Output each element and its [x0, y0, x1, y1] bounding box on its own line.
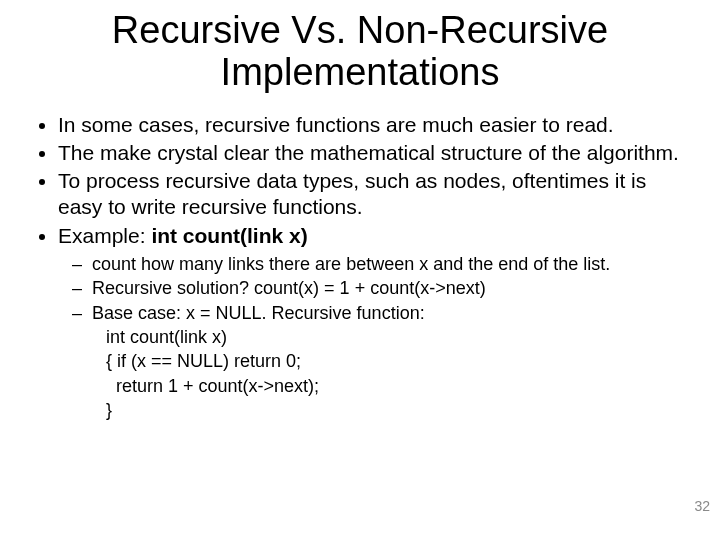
- bullet-list: In some cases, recursive functions are m…: [30, 112, 690, 423]
- bullet-item: To process recursive data types, such as…: [58, 168, 690, 221]
- code-text: }: [106, 399, 690, 422]
- page-number: 32: [694, 498, 710, 514]
- sub-bullet-item: count how many links there are between x…: [92, 253, 690, 276]
- code-line: { if (x == NULL) return 0;: [92, 350, 690, 373]
- sub-bullet-item: Base case: x = NULL. Recursive function:: [92, 302, 690, 325]
- code-line: int count(link x): [92, 326, 690, 349]
- code-line: return 1 + count(x->next);: [92, 375, 690, 398]
- code-text: { if (x == NULL) return 0;: [106, 350, 690, 373]
- code-text: int count(link x): [106, 326, 690, 349]
- code-line: }: [92, 399, 690, 422]
- bullet-item: In some cases, recursive functions are m…: [58, 112, 690, 138]
- sub-bullet-item: Recursive solution? count(x) = 1 + count…: [92, 277, 690, 300]
- bullet-item-example: Example: int count(link x) count how man…: [58, 223, 690, 423]
- example-prefix: Example:: [58, 224, 151, 247]
- bullet-item: The make crystal clear the mathematical …: [58, 140, 690, 166]
- slide-title: Recursive Vs. Non-Recursive Implementati…: [60, 10, 660, 94]
- sub-bullet-list: count how many links there are between x…: [58, 253, 690, 423]
- example-signature: int count(link x): [151, 224, 307, 247]
- code-text: return 1 + count(x->next);: [106, 375, 690, 398]
- slide: { "title": "Recursive Vs. Non-Recursive …: [0, 10, 720, 540]
